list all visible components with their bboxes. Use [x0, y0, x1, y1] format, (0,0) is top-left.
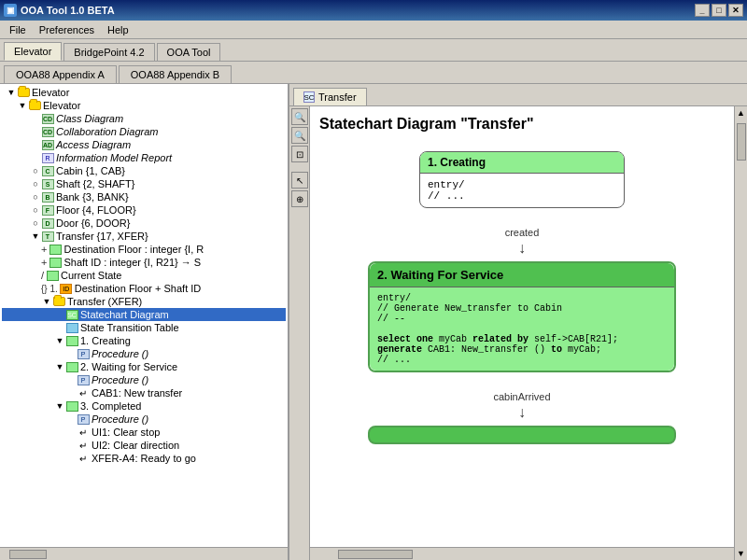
select-tool[interactable]: ↖: [291, 172, 308, 189]
tree-item-floor[interactable]: ○ F Floor {4, FLOOR}: [2, 203, 286, 217]
report-icon: R: [41, 152, 54, 163]
tab-row-1: Elevator BridgePoint 4.2 OOA Tool: [0, 39, 747, 62]
tree-item-info-report[interactable]: R Information Model Report: [2, 151, 286, 164]
diagram-scrollbar-v[interactable]: ▲ ▼: [734, 106, 747, 560]
class-diagram-icon: CD: [41, 113, 54, 124]
state-waiting-body: entry/ // Generate New_transfer to Cabin…: [370, 287, 674, 371]
menu-bar: File Preferences Help: [0, 21, 747, 39]
diagram-h-thumb[interactable]: [338, 550, 413, 559]
tree-item-class-diagram[interactable]: CD Class Diagram: [2, 112, 286, 125]
tree-scrollbar-h[interactable]: [0, 547, 288, 560]
state-waiting-header: 2. Waiting For Service: [370, 263, 674, 287]
tab-appendix-b[interactable]: OOA88 Appendix B: [119, 65, 232, 83]
diagram-scrollbar-h[interactable]: [310, 547, 734, 560]
diagram-tab-label: Transfer: [318, 91, 357, 103]
tree-item-ui1[interactable]: ↵ UI1: Clear stop: [2, 426, 286, 439]
state-completed-partial: [368, 426, 676, 444]
stt-icon: [65, 322, 78, 333]
access-icon: AD: [41, 139, 54, 150]
tab-bridgepoint[interactable]: BridgePoint 4.2: [63, 43, 154, 61]
menu-preferences[interactable]: Preferences: [34, 22, 100, 37]
ui2-icon: ↵: [77, 440, 90, 451]
ui1-icon: ↵: [77, 427, 90, 438]
scroll-down-btn[interactable]: ▼: [737, 549, 745, 558]
tree-item-bank[interactable]: ○ B Bank {3, BANK}: [2, 190, 286, 203]
folder-icon: [28, 100, 41, 111]
app-icon: ▣: [4, 4, 17, 17]
diagram-tab-icon: SC: [303, 91, 315, 103]
proc1-icon: P: [77, 348, 90, 359]
xfer-folder-icon: [52, 296, 65, 307]
diagram-tab-bar: SC Transfer: [289, 84, 747, 106]
transition-created: created ↓: [319, 227, 725, 257]
tree-item-stt[interactable]: State Transition Table: [2, 321, 286, 334]
app-title: OOA Tool 1.0 BETA: [21, 5, 115, 16]
tree-area[interactable]: ▼ Elevator ▼ Elevator CD Class Diagram C…: [0, 84, 288, 547]
bank-icon: B: [41, 191, 54, 203]
state2-icon: [65, 361, 78, 372]
tab-appendix-a[interactable]: OOA88 Appendix A: [4, 65, 117, 83]
floor-icon: F: [41, 204, 54, 216]
proc2-icon: P: [77, 374, 90, 385]
tree-item-access[interactable]: AD Access Diagram: [2, 138, 286, 151]
attr-icon2: [49, 257, 62, 268]
event1-icon: ↵: [77, 387, 90, 399]
menu-help[interactable]: Help: [102, 22, 134, 37]
tree-item-current-state[interactable]: / Current State: [2, 269, 286, 282]
tree-item-root-elevator[interactable]: ▼ Elevator: [2, 86, 286, 99]
collab-icon: CD: [41, 126, 54, 137]
tree-item-transfer-xfer[interactable]: ▼ Transfer (XFER): [2, 295, 286, 308]
transition-cabin-arrived: cabinArrived ↓: [319, 391, 725, 421]
tree-arrow: ▼: [17, 101, 28, 110]
tree-item-door[interactable]: ○ D Door {6, DOOR}: [2, 217, 286, 230]
tree-item-state3[interactable]: ▼ 3. Completed: [2, 399, 286, 413]
window-controls[interactable]: _ □ ✕: [695, 4, 743, 17]
zoom-out-tool[interactable]: 🔍: [291, 127, 308, 144]
zoom-in-tool[interactable]: 🔍: [291, 108, 308, 125]
diagram-area: 🔍 🔍 ⊡ ↖ ⊕ Statechart Diagram "Transfer" …: [289, 106, 747, 560]
tree-item-proc3[interactable]: P Procedure (): [2, 413, 286, 426]
tree-item-collaboration[interactable]: CD Collaboration Diagram: [2, 125, 286, 138]
pin-tool[interactable]: ⊕: [291, 190, 308, 207]
tree-item-state1[interactable]: ▼ 1. Creating: [2, 334, 286, 347]
state-completed-container: [319, 426, 725, 444]
tree-item-cabin[interactable]: ○ C Cabin {1, CAB}: [2, 164, 286, 177]
tab-elevator[interactable]: Elevator: [4, 42, 62, 61]
right-panel: SC Transfer 🔍 🔍 ⊡ ↖ ⊕ Statechart Diagram…: [289, 84, 747, 560]
tree-item-shaft[interactable]: ○ S Shaft {2, SHAFT}: [2, 177, 286, 190]
tab-ooa-tool[interactable]: OOA Tool: [157, 43, 221, 61]
scroll-up-btn[interactable]: ▲: [737, 108, 745, 118]
tree-item-xfer-a4[interactable]: ↵ XFER-A4: Ready to go: [2, 452, 286, 465]
tree-item-elevator[interactable]: ▼ Elevator: [2, 99, 286, 112]
proc3-icon: P: [77, 413, 90, 425]
state-creating-header: 1. Creating: [420, 152, 624, 174]
transfer-icon: T: [41, 231, 54, 242]
tree-item-cab1-event[interactable]: ↵ CAB1: New transfer: [2, 386, 286, 399]
diagram-toolbar: 🔍 🔍 ⊡ ↖ ⊕: [289, 106, 310, 560]
tree-item-proc1[interactable]: P Procedure (): [2, 347, 286, 360]
tree-item-dest-floor[interactable]: + Destination Floor : integer {I, R: [2, 243, 286, 256]
tab-row-2: OOA88 Appendix A OOA88 Appendix B: [0, 62, 747, 84]
tree-item-state2[interactable]: ▼ 2. Waiting for Service: [2, 360, 286, 373]
state-waiting-box: 2. Waiting For Service entry/ // Generat…: [368, 261, 676, 372]
diagram-v-thumb[interactable]: [737, 123, 746, 161]
tree-item-proc2[interactable]: P Procedure (): [2, 373, 286, 386]
state3-icon: [65, 400, 78, 412]
tree-scrollbar-thumb[interactable]: [9, 550, 47, 559]
statechart-icon: SC: [65, 309, 78, 320]
minimize-button[interactable]: _: [695, 4, 710, 17]
tree-item-identifier[interactable]: {} 1. ID Destination Floor + Shaft ID: [2, 282, 286, 295]
close-button[interactable]: ✕: [728, 4, 743, 17]
state-creating-box: 1. Creating entry/ // ...: [419, 151, 625, 208]
tree-item-shaft-id[interactable]: + Shaft ID : integer {I, R21} → S: [2, 256, 286, 269]
maximize-button[interactable]: □: [712, 4, 726, 17]
diagram-title: Statechart Diagram "Transfer": [319, 116, 725, 133]
tree-item-ui2[interactable]: ↵ UI2: Clear direction: [2, 439, 286, 452]
tree-item-transfer[interactable]: ▼ T Transfer {17, XFER}: [2, 230, 286, 243]
tree-item-statechart[interactable]: SC Statechart Diagram: [2, 308, 286, 321]
tree-arrow: ▼: [6, 88, 17, 97]
zoom-fit-tool[interactable]: ⊡: [291, 146, 308, 162]
diagram-content[interactable]: Statechart Diagram "Transfer" 1. Creatin…: [310, 106, 734, 547]
diagram-tab-transfer[interactable]: SC Transfer: [293, 88, 367, 105]
menu-file[interactable]: File: [4, 22, 32, 37]
